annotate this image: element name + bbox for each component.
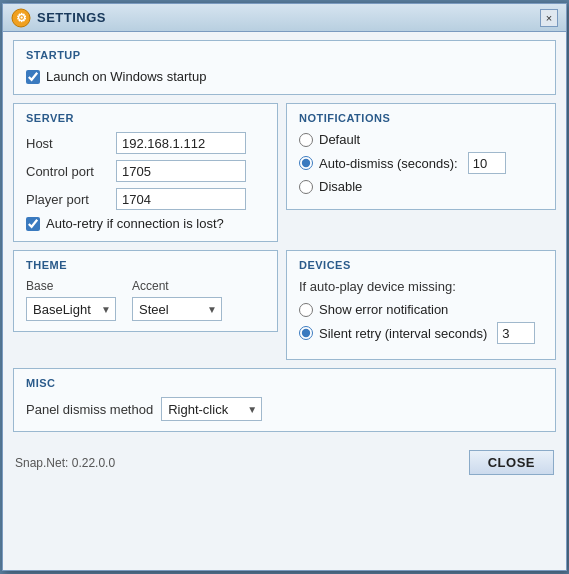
auto-retry-row: Auto-retry if connection is lost?: [26, 216, 265, 231]
show-error-label: Show error notification: [319, 302, 448, 317]
auto-retry-checkbox[interactable]: [26, 217, 40, 231]
server-notifications-row: SERVER Host Control port Player port: [13, 103, 556, 242]
base-theme-select-wrapper: BaseLight BaseDark ▼: [26, 297, 116, 321]
notifications-col: NOTIFICATIONS Default Auto-dismiss (seco…: [286, 103, 556, 242]
theme-devices-row: THEME Base BaseLight BaseDark ▼: [13, 250, 556, 360]
default-notification-row: Default: [299, 132, 543, 147]
launch-startup-row: Launch on Windows startup: [26, 69, 543, 84]
misc-section-title: MISC: [26, 377, 543, 389]
panel-dismiss-row: Panel dismiss method Right-click Click D…: [26, 397, 543, 421]
notifications-section-title: NOTIFICATIONS: [299, 112, 543, 124]
silent-retry-label: Silent retry (interval seconds): [319, 326, 487, 341]
control-port-label: Control port: [26, 164, 116, 179]
startup-section-title: STARTUP: [26, 49, 543, 61]
base-theme-select[interactable]: BaseLight BaseDark: [26, 297, 116, 321]
base-theme-field: Base BaseLight BaseDark ▼: [26, 279, 116, 321]
control-port-row: Control port: [26, 160, 265, 182]
default-notification-label: Default: [319, 132, 360, 147]
close-dialog-button[interactable]: CLOSE: [469, 450, 554, 475]
silent-retry-seconds-input[interactable]: [497, 322, 535, 344]
devices-section: DEVICES If auto-play device missing: Sho…: [286, 250, 556, 360]
accent-theme-label: Accent: [132, 279, 222, 293]
auto-dismiss-row: Auto-dismiss (seconds):: [299, 152, 543, 174]
disable-notification-row: Disable: [299, 179, 543, 194]
host-label: Host: [26, 136, 116, 151]
player-port-input[interactable]: [116, 188, 246, 210]
base-theme-label: Base: [26, 279, 116, 293]
version-label: Snap.Net: 0.22.0.0: [15, 456, 469, 470]
bottom-bar: Snap.Net: 0.22.0.0 CLOSE: [3, 442, 566, 483]
silent-retry-row: Silent retry (interval seconds): [299, 322, 543, 344]
player-port-row: Player port: [26, 188, 265, 210]
panel-dismiss-label: Panel dismiss method: [26, 402, 153, 417]
accent-theme-select[interactable]: Steel Blue Green Red: [132, 297, 222, 321]
panel-dismiss-select[interactable]: Right-click Click Double-click: [161, 397, 262, 421]
misc-section: MISC Panel dismiss method Right-click Cl…: [13, 368, 556, 432]
dialog-content: STARTUP Launch on Windows startup SERVER…: [3, 32, 566, 440]
notifications-section: NOTIFICATIONS Default Auto-dismiss (seco…: [286, 103, 556, 210]
window-close-button[interactable]: ×: [540, 9, 558, 27]
disable-notification-label: Disable: [319, 179, 362, 194]
auto-dismiss-seconds-input[interactable]: [468, 152, 506, 174]
theme-section-title: THEME: [26, 259, 265, 271]
control-port-input[interactable]: [116, 160, 246, 182]
panel-dismiss-select-wrapper: Right-click Click Double-click ▼: [161, 397, 262, 421]
startup-section: STARTUP Launch on Windows startup: [13, 40, 556, 95]
theme-section: THEME Base BaseLight BaseDark ▼: [13, 250, 278, 332]
host-input[interactable]: [116, 132, 246, 154]
devices-section-title: DEVICES: [299, 259, 543, 271]
default-notification-radio[interactable]: [299, 133, 313, 147]
server-section-title: SERVER: [26, 112, 265, 124]
host-row: Host: [26, 132, 265, 154]
silent-retry-radio[interactable]: [299, 326, 313, 340]
show-error-radio[interactable]: [299, 303, 313, 317]
auto-retry-label: Auto-retry if connection is lost?: [46, 216, 224, 231]
accent-theme-select-wrapper: Steel Blue Green Red ▼: [132, 297, 222, 321]
auto-dismiss-radio[interactable]: [299, 156, 313, 170]
server-col: SERVER Host Control port Player port: [13, 103, 278, 242]
launch-startup-checkbox[interactable]: [26, 70, 40, 84]
auto-dismiss-label: Auto-dismiss (seconds):: [319, 156, 458, 171]
svg-text:⚙: ⚙: [16, 11, 27, 25]
theme-fields-row: Base BaseLight BaseDark ▼ Accent: [26, 279, 265, 321]
launch-startup-label: Launch on Windows startup: [46, 69, 206, 84]
settings-icon: ⚙: [11, 8, 31, 28]
devices-col: DEVICES If auto-play device missing: Sho…: [286, 250, 556, 360]
title-bar: ⚙ SETTINGS ×: [3, 4, 566, 32]
theme-col: THEME Base BaseLight BaseDark ▼: [13, 250, 278, 360]
show-error-row: Show error notification: [299, 302, 543, 317]
devices-description: If auto-play device missing:: [299, 279, 543, 294]
disable-notification-radio[interactable]: [299, 180, 313, 194]
settings-dialog: ⚙ SETTINGS × STARTUP Launch on Windows s…: [2, 3, 567, 571]
accent-theme-field: Accent Steel Blue Green Red ▼: [132, 279, 222, 321]
player-port-label: Player port: [26, 192, 116, 207]
dialog-title: SETTINGS: [37, 10, 540, 25]
server-section: SERVER Host Control port Player port: [13, 103, 278, 242]
